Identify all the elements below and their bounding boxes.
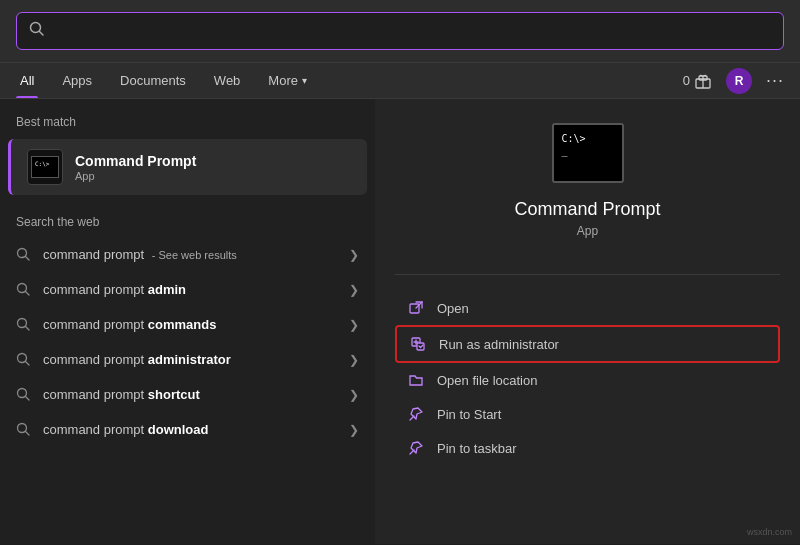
list-item[interactable]: command prompt admin ❯	[0, 272, 375, 307]
svg-line-6	[26, 257, 30, 261]
result-text: command prompt admin	[43, 282, 186, 297]
badge-container: 0	[683, 72, 712, 90]
tabs-left: All Apps Documents Web More ▾	[16, 63, 311, 98]
chevron-right-icon: ❯	[349, 318, 359, 332]
chevron-right-icon: ❯	[349, 388, 359, 402]
tab-web[interactable]: Web	[210, 63, 245, 98]
action-pin-to-taskbar-label: Pin to taskbar	[437, 441, 517, 456]
best-match-name: Command Prompt	[75, 153, 196, 169]
chevron-right-icon: ❯	[349, 283, 359, 297]
svg-line-8	[26, 292, 30, 296]
web-search-title: Search the web	[0, 211, 375, 237]
search-input[interactable]: command prompt	[55, 23, 771, 40]
action-pin-to-taskbar[interactable]: Pin to taskbar	[395, 431, 780, 465]
watermark: wsxdn.com	[747, 527, 792, 537]
result-text: command prompt commands	[43, 317, 216, 332]
search-loop-icon	[16, 282, 31, 297]
action-run-as-admin-label: Run as administrator	[439, 337, 559, 352]
best-match-item[interactable]: Command Prompt App	[8, 139, 367, 195]
divider	[395, 274, 780, 275]
pin-start-icon	[407, 405, 425, 423]
tab-documents[interactable]: Documents	[116, 63, 190, 98]
search-loop-icon	[16, 387, 31, 402]
badge-count: 0	[683, 73, 690, 88]
result-left: command prompt - See web results	[16, 247, 337, 262]
avatar[interactable]: R	[726, 68, 752, 94]
tab-more[interactable]: More ▾	[264, 63, 311, 98]
search-bar-container: command prompt	[0, 0, 800, 63]
result-text: command prompt download	[43, 422, 208, 437]
chevron-down-icon: ▾	[302, 75, 307, 86]
app-preview: Command Prompt App	[514, 123, 660, 238]
result-text: command prompt - See web results	[43, 247, 237, 262]
preview-subtitle: App	[577, 224, 598, 238]
svg-line-16	[26, 432, 30, 436]
svg-line-12	[26, 362, 30, 366]
svg-line-14	[26, 397, 30, 401]
more-label: More	[268, 73, 298, 88]
preview-title: Command Prompt	[514, 199, 660, 220]
right-panel: Command Prompt App Open	[375, 99, 800, 544]
chevron-right-icon: ❯	[349, 353, 359, 367]
best-match-type: App	[75, 170, 196, 182]
result-left: command prompt shortcut	[16, 387, 337, 402]
tab-apps[interactable]: Apps	[58, 63, 96, 98]
tabs-right: 0 R ···	[683, 68, 784, 94]
preview-icon	[552, 123, 624, 183]
terminal-icon	[31, 156, 59, 178]
external-link-icon	[407, 299, 425, 317]
svg-line-21	[410, 450, 414, 454]
app-icon	[27, 149, 63, 185]
actions-list: Open Run as administrator	[395, 291, 780, 465]
list-item[interactable]: command prompt shortcut ❯	[0, 377, 375, 412]
search-loop-icon	[16, 247, 31, 262]
list-item[interactable]: command prompt - See web results ❯	[0, 237, 375, 272]
search-loop-icon	[16, 352, 31, 367]
result-left: command prompt download	[16, 422, 337, 437]
search-loop-icon	[16, 317, 31, 332]
action-open-file-location[interactable]: Open file location	[395, 363, 780, 397]
web-search-section: Search the web command prompt - See web …	[0, 211, 375, 447]
search-loop-icon	[16, 422, 31, 437]
chevron-right-icon: ❯	[349, 423, 359, 437]
search-box: command prompt	[16, 12, 784, 50]
list-item[interactable]: command prompt download ❯	[0, 412, 375, 447]
search-icon	[29, 21, 45, 41]
main-content: Best match Command Prompt App Search the…	[0, 99, 800, 544]
result-text: command prompt administrator	[43, 352, 231, 367]
action-open-file-location-label: Open file location	[437, 373, 537, 388]
left-panel: Best match Command Prompt App Search the…	[0, 99, 375, 544]
action-open[interactable]: Open	[395, 291, 780, 325]
result-left: command prompt administrator	[16, 352, 337, 367]
best-match-label: Best match	[0, 115, 375, 139]
folder-icon	[407, 371, 425, 389]
list-item[interactable]: command prompt commands ❯	[0, 307, 375, 342]
more-options-button[interactable]: ···	[766, 70, 784, 91]
shield-icon	[409, 335, 427, 353]
tabs-bar: All Apps Documents Web More ▾ 0 R ·	[0, 63, 800, 99]
action-pin-to-start[interactable]: Pin to Start	[395, 397, 780, 431]
svg-line-10	[26, 327, 30, 331]
action-run-as-admin[interactable]: Run as administrator	[395, 325, 780, 363]
svg-rect-17	[410, 304, 419, 313]
result-left: command prompt commands	[16, 317, 337, 332]
gift-icon	[694, 72, 712, 90]
action-open-label: Open	[437, 301, 469, 316]
svg-rect-19	[417, 343, 424, 350]
chevron-right-icon: ❯	[349, 248, 359, 262]
action-pin-to-start-label: Pin to Start	[437, 407, 501, 422]
result-left: command prompt admin	[16, 282, 337, 297]
pin-taskbar-icon	[407, 439, 425, 457]
best-match-text: Command Prompt App	[75, 153, 196, 182]
tab-all[interactable]: All	[16, 63, 38, 98]
list-item[interactable]: command prompt administrator ❯	[0, 342, 375, 377]
web-badge: - See web results	[152, 249, 237, 261]
result-text: command prompt shortcut	[43, 387, 200, 402]
svg-line-1	[40, 32, 44, 36]
svg-line-20	[410, 416, 414, 420]
